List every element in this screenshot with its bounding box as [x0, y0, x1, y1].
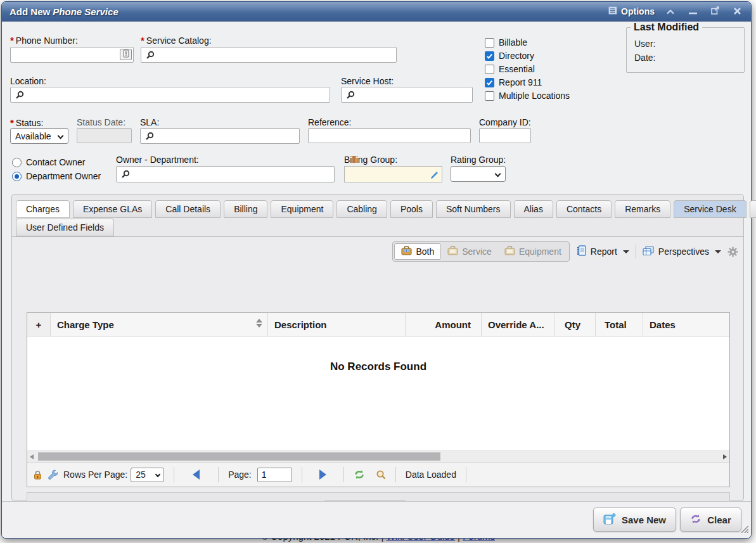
tab-soft-numbers[interactable]: Soft Numbers	[436, 200, 511, 218]
column-header-dates[interactable]: Dates	[643, 313, 729, 336]
checkbox-report-911[interactable]: Report 911	[485, 77, 542, 87]
column-header-total[interactable]: Total	[596, 313, 643, 336]
popout-button[interactable]	[708, 5, 721, 18]
tab-cabling[interactable]: Cabling	[336, 200, 387, 218]
checkbox-essential[interactable]: Essential	[485, 64, 535, 74]
tab-pools[interactable]: Pools	[390, 200, 433, 218]
billing-group-field[interactable]	[344, 166, 442, 182]
column-header-override-amount[interactable]: Override A...	[482, 313, 554, 336]
checkbox-icon	[485, 51, 494, 61]
service-catalog-input[interactable]	[141, 47, 397, 63]
dialog-title: Add New Phone Service	[10, 6, 119, 17]
tab-call-details[interactable]: Call Details	[155, 200, 221, 218]
column-header-qty[interactable]: Qty	[554, 313, 596, 336]
billing-group-label: Billing Group:	[344, 155, 397, 165]
owner-department-field-wrap	[116, 166, 335, 182]
wrench-icon[interactable]	[48, 470, 58, 480]
scroll-right-icon[interactable]	[723, 454, 727, 459]
company-id-input[interactable]	[479, 128, 531, 143]
phone-number-picker-button[interactable]	[120, 49, 132, 60]
caret-down-icon	[623, 250, 629, 253]
view-both-button[interactable]: Both	[394, 243, 441, 260]
column-header-charge-type[interactable]: Charge Type	[51, 313, 268, 336]
horizontal-scrollbar[interactable]	[27, 450, 729, 462]
checkbox-billable[interactable]: Billable	[485, 37, 527, 48]
view-toggle-group: Both Service Equipment	[392, 241, 569, 262]
tab-charges[interactable]: Charges	[16, 200, 70, 218]
chevron-down-icon	[58, 133, 64, 139]
status-select[interactable]: Available	[10, 128, 68, 144]
sla-input[interactable]	[140, 128, 300, 144]
grid-settings-gear-icon[interactable]	[727, 246, 738, 257]
tab-billing[interactable]: Billing	[224, 200, 267, 218]
service-host-label: Service Host:	[341, 76, 394, 86]
sort-icon[interactable]	[256, 319, 262, 328]
rows-per-page-select[interactable]: 25	[131, 468, 164, 482]
radio-contact-owner[interactable]: Contact Owner	[12, 157, 85, 167]
charges-grid-body: No Records Found	[27, 336, 729, 450]
minimize-button[interactable]	[686, 5, 699, 18]
resize-grip[interactable]	[739, 523, 748, 535]
scrollbar-thumb[interactable]	[38, 452, 440, 461]
popout-icon	[711, 6, 719, 17]
options-list-icon	[608, 6, 617, 16]
dialog-titlebar[interactable]: Add New Phone Service Options	[2, 2, 751, 22]
next-page-button[interactable]	[319, 470, 326, 480]
radio-icon	[12, 158, 22, 167]
perspectives-button[interactable]: Perspectives	[643, 246, 721, 258]
view-service-button[interactable]: Service	[441, 244, 498, 259]
phone-number-input[interactable]	[10, 47, 134, 63]
collapse-button[interactable]	[664, 5, 677, 18]
status-date-input	[77, 128, 132, 143]
column-header-add[interactable]: +	[27, 313, 51, 336]
checkbox-directory[interactable]: Directory	[485, 51, 534, 61]
location-input[interactable]	[10, 87, 330, 103]
tab-alias[interactable]: Alias	[514, 200, 553, 218]
tab-expense-glas[interactable]: Expense GLAs	[73, 200, 152, 218]
owner-department-input[interactable]	[116, 166, 335, 182]
clear-refresh-icon	[690, 514, 702, 526]
previous-page-button[interactable]	[193, 470, 200, 480]
briefcase-icon	[504, 246, 515, 257]
rating-group-select[interactable]	[451, 166, 506, 182]
lock-icon[interactable]	[34, 470, 42, 480]
scroll-left-icon[interactable]	[30, 454, 34, 459]
search-grid-icon[interactable]	[376, 470, 386, 480]
clear-button[interactable]: Clear	[680, 508, 741, 532]
options-button[interactable]: Options	[608, 6, 655, 16]
close-button[interactable]	[731, 5, 743, 18]
checkbox-icon	[485, 65, 494, 74]
checkbox-multiple-locations[interactable]: Multiple Locations	[485, 91, 570, 101]
tab-contacts[interactable]: Contacts	[556, 200, 612, 218]
save-new-button[interactable]: Save New	[593, 508, 676, 532]
service-host-input[interactable]	[341, 87, 473, 103]
reference-input[interactable]	[308, 128, 471, 143]
charges-tab-content: Both Service Equipment	[12, 236, 743, 501]
options-label: Options	[621, 6, 655, 16]
report-button[interactable]: Report	[576, 245, 629, 258]
dialog-footer: Save New Clear	[2, 501, 751, 538]
tab-equipment[interactable]: Equipment	[271, 200, 333, 218]
tab-attachments[interactable]: Attachments	[750, 200, 756, 218]
status-label: *Status:	[10, 117, 43, 128]
view-equipment-button[interactable]: Equipment	[498, 244, 568, 259]
column-header-amount[interactable]: Amount	[406, 313, 482, 336]
perspectives-icon	[643, 246, 654, 258]
tab-service-desk[interactable]: Service Desk	[674, 200, 746, 218]
page-number-input[interactable]	[257, 468, 292, 482]
checkbox-icon	[485, 38, 494, 48]
sla-field-wrap	[140, 128, 300, 144]
tab-remarks[interactable]: Remarks	[615, 200, 670, 218]
chevron-down-icon	[155, 471, 160, 476]
last-modified-title: Last Modified	[631, 22, 702, 33]
radio-department-owner[interactable]: Department Owner	[12, 171, 101, 181]
location-field-wrap	[10, 87, 330, 103]
caret-down-icon	[715, 250, 721, 253]
refresh-icon[interactable]	[354, 470, 365, 480]
briefcase-icon	[401, 246, 412, 257]
tab-user-defined-fields[interactable]: User Defined Fields	[16, 219, 114, 236]
pencil-icon[interactable]	[430, 170, 439, 182]
owner-department-label: Owner - Department:	[116, 155, 199, 165]
chevron-down-icon	[495, 171, 501, 177]
column-header-description[interactable]: Description	[268, 313, 406, 336]
